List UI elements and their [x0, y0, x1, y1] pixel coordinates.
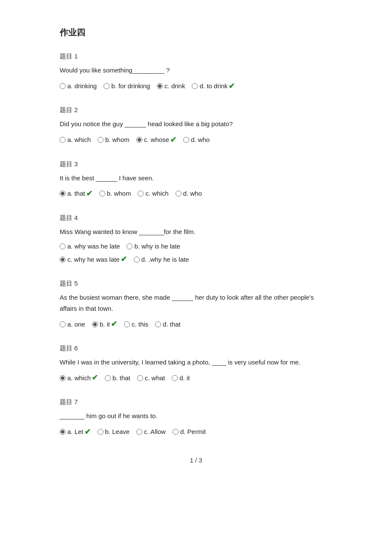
- option-q2d[interactable]: d. who: [183, 135, 210, 145]
- option-text-q4a: a. why was he late: [67, 241, 120, 251]
- check-mark-q1d: ✔: [228, 80, 235, 92]
- options-row2-q4: c. why he was late✔d. .why he is late: [60, 253, 332, 266]
- option-q4d[interactable]: d. .why he is late: [134, 254, 189, 265]
- option-text-q6a: a. which: [67, 373, 91, 383]
- radio-q6d[interactable]: [172, 375, 178, 381]
- option-text-q3b: b. whom: [107, 188, 131, 199]
- page-footer: 1 / 3: [60, 455, 332, 465]
- radio-q2c[interactable]: [136, 137, 142, 143]
- question-label-q1: 题目 1: [60, 51, 332, 61]
- option-q2c[interactable]: c. whose✔: [136, 134, 176, 146]
- question-text-q3: It is the best ______ I have seen.: [60, 173, 332, 184]
- radio-q4a[interactable]: [60, 243, 66, 249]
- radio-q1b[interactable]: [104, 83, 110, 89]
- option-text-q2b: b. whom: [105, 135, 130, 145]
- check-mark-q2c: ✔: [170, 134, 176, 146]
- question-label-q2: 题目 2: [60, 105, 332, 115]
- option-q6c[interactable]: c. what: [137, 373, 165, 383]
- option-q4c[interactable]: c. why he was late✔: [60, 253, 127, 266]
- question-label-q3: 题目 3: [60, 159, 332, 169]
- check-mark-q7a: ✔: [84, 426, 91, 438]
- radio-q5b[interactable]: [92, 321, 98, 327]
- radio-q3d[interactable]: [176, 191, 182, 197]
- option-text-q2a: a. which: [67, 135, 91, 145]
- option-q6d[interactable]: d. it: [172, 373, 190, 383]
- option-text-q5d: d. that: [163, 319, 181, 330]
- option-text-q3d: d. who: [183, 188, 202, 199]
- option-q5d[interactable]: d. that: [155, 319, 181, 330]
- option-q6a[interactable]: a. which✔: [60, 372, 98, 384]
- radio-q1d[interactable]: [192, 83, 198, 89]
- radio-q6b[interactable]: [105, 375, 111, 381]
- option-q3d[interactable]: d. who: [176, 188, 202, 199]
- option-text-q4b: b. why is he late: [134, 241, 180, 251]
- option-text-q2d: d. who: [191, 135, 210, 145]
- option-q5a[interactable]: a. one: [60, 319, 85, 330]
- radio-q2a[interactable]: [60, 137, 66, 143]
- option-text-q1c: c. drink: [164, 81, 185, 91]
- radio-q1c[interactable]: [157, 83, 163, 89]
- option-q7c[interactable]: c. Allow: [136, 427, 166, 437]
- question-text-q2: Did you notice the guy ______ head looke…: [60, 119, 332, 130]
- check-mark-q4c: ✔: [121, 253, 127, 266]
- option-text-q5b: b. it: [100, 319, 110, 330]
- radio-q5d[interactable]: [155, 321, 161, 327]
- option-q6b[interactable]: b. that: [105, 373, 130, 383]
- options-row-q3: a. that✔b. whomc. whichd. who: [60, 188, 332, 200]
- option-q4b[interactable]: b. why is he late: [127, 241, 180, 251]
- radio-q3a[interactable]: [60, 191, 66, 197]
- option-text-q7c: c. Allow: [144, 427, 166, 437]
- radio-q1a[interactable]: [60, 83, 66, 89]
- option-text-q5a: a. one: [67, 319, 85, 330]
- radio-q2b[interactable]: [98, 137, 104, 143]
- option-q1b[interactable]: b. for drinking: [104, 81, 150, 91]
- radio-q5a[interactable]: [60, 321, 66, 327]
- option-q7b[interactable]: b. Leave: [98, 427, 130, 437]
- question-block-q3: 题目 3It is the best ______ I have seen.a.…: [60, 159, 332, 200]
- option-q1c[interactable]: c. drink: [157, 81, 185, 91]
- option-text-q7d: d. Permit: [180, 427, 206, 437]
- option-text-q6b: b. that: [112, 373, 130, 383]
- radio-q7c[interactable]: [136, 429, 142, 435]
- radio-q4b[interactable]: [127, 243, 133, 249]
- options-row-q5: a. oneb. it✔c. thisd. that: [60, 318, 332, 330]
- option-q2b[interactable]: b. whom: [98, 135, 130, 145]
- options-row1-q4: a. why was he lateb. why is he late: [60, 241, 332, 251]
- option-q3b[interactable]: b. whom: [99, 188, 131, 199]
- option-q3a[interactable]: a. that✔: [60, 188, 92, 200]
- option-text-q4c: c. why he was late: [67, 254, 120, 265]
- radio-q7b[interactable]: [98, 429, 104, 435]
- radio-q7a[interactable]: [60, 429, 66, 435]
- option-q5b[interactable]: b. it✔: [92, 318, 117, 330]
- option-text-q3c: c. which: [145, 188, 168, 199]
- radio-q5c[interactable]: [124, 321, 130, 327]
- option-q2a[interactable]: a. which: [60, 135, 91, 145]
- check-mark-q5b: ✔: [111, 318, 117, 330]
- options-row-q7: a. Let✔b. Leavec. Allowd. Permit: [60, 426, 332, 438]
- question-block-q2: 题目 2Did you notice the guy ______ head l…: [60, 105, 332, 146]
- radio-q6c[interactable]: [137, 375, 143, 381]
- option-text-q1d: d. to drink: [199, 81, 228, 91]
- question-block-q4: 题目 4Miss Wang wanted to know _______for …: [60, 213, 332, 266]
- option-q5c[interactable]: c. this: [124, 319, 148, 330]
- option-q1a[interactable]: a. drinking: [60, 81, 97, 91]
- radio-q7d[interactable]: [173, 429, 179, 435]
- question-block-q6: 题目 6While I was in the university, I lea…: [60, 343, 332, 384]
- option-text-q1a: a. drinking: [67, 81, 97, 91]
- option-q3c[interactable]: c. which: [138, 188, 168, 199]
- question-text-q1: Would you like something_________ ?: [60, 65, 332, 76]
- option-q1d[interactable]: d. to drink✔: [192, 80, 235, 92]
- option-q4a[interactable]: a. why was he late: [60, 241, 120, 251]
- radio-q6a[interactable]: [60, 375, 66, 381]
- option-q7d[interactable]: d. Permit: [173, 427, 206, 437]
- radio-q3b[interactable]: [99, 191, 105, 197]
- question-text-q5: As the busiest woman there, she made ___…: [60, 292, 332, 314]
- radio-q4d[interactable]: [134, 257, 140, 263]
- option-text-q1b: b. for drinking: [111, 81, 150, 91]
- option-q7a[interactable]: a. Let✔: [60, 426, 91, 438]
- question-label-q4: 题目 4: [60, 213, 332, 223]
- option-text-q4d: d. .why he is late: [141, 254, 189, 265]
- radio-q3c[interactable]: [138, 191, 144, 197]
- radio-q4c[interactable]: [60, 257, 66, 263]
- radio-q2d[interactable]: [183, 137, 189, 143]
